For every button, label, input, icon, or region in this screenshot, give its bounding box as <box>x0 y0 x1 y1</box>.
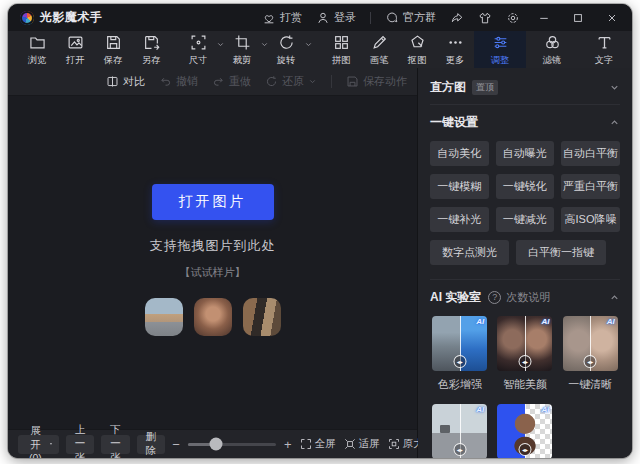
ai-badge: AI <box>541 317 549 326</box>
white-balance-one-touch-button[interactable]: 白平衡一指键 <box>516 240 606 265</box>
chevron-up-icon <box>609 117 620 128</box>
save-action-button[interactable]: 保存动作 <box>346 74 407 89</box>
sample-image-flatlay[interactable] <box>243 298 281 336</box>
ai-one-key-clarity[interactable]: AI ◂▸ 一键清晰 <box>561 316 620 392</box>
auto-white-balance-button[interactable]: 自动白平衡 <box>561 141 620 166</box>
high-iso-denoise-button[interactable]: 高ISO降噪 <box>561 207 620 232</box>
expand-list-button[interactable]: 展开(0) <box>18 435 59 454</box>
drop-hint-text: 支持拖拽图片到此处 <box>150 237 276 255</box>
brush-icon <box>371 34 388 51</box>
one-key-fill-light-button[interactable]: 一键补光 <box>430 207 489 232</box>
filter-circles-icon <box>544 34 561 51</box>
toolbar-crop[interactable]: 裁剪 <box>224 31 268 68</box>
sliders-icon <box>492 34 509 51</box>
one-key-sharpen-button[interactable]: 一键锐化 <box>496 174 555 199</box>
save-as-icon <box>143 34 160 51</box>
official-group-button[interactable]: 官方群 <box>385 10 436 25</box>
chevron-down-icon <box>49 440 53 448</box>
panel-divider <box>430 104 620 105</box>
zoom-slider[interactable] <box>188 443 276 446</box>
compare-button[interactable]: 对比 <box>106 74 145 89</box>
compare-slider-icon: ◂▸ <box>518 443 531 456</box>
toolbar-collage[interactable]: 拼图 <box>322 31 360 68</box>
ai-lab-section-header[interactable]: AI 实验室 ? 次数说明 <box>418 282 632 312</box>
bottom-bar: 展开(0) 上一张 下一张 删除 − + 全屏 <box>8 429 417 458</box>
chevron-down-icon <box>304 40 313 49</box>
toolbar-cutout[interactable]: 抠图 <box>398 31 436 68</box>
ai-smart-beauty[interactable]: AI ◂▸ 智能美颜 <box>495 316 554 392</box>
previous-image-button[interactable]: 上一张 <box>66 435 95 454</box>
sample-image-road[interactable] <box>145 298 183 336</box>
one-key-section-header[interactable]: 一键设置 <box>418 107 632 137</box>
app-title: 光影魔术手 <box>40 9 103 26</box>
share-icon[interactable] <box>450 11 464 25</box>
heart-hand-icon <box>262 11 276 25</box>
ai-smart-cutout[interactable]: AI ◂▸ 智能抠图 <box>495 404 554 458</box>
redo-icon <box>212 75 225 88</box>
theme-shirt-icon[interactable] <box>478 11 492 25</box>
original-size-icon <box>388 438 400 450</box>
close-button[interactable] <box>602 10 622 26</box>
subbar-divider <box>331 75 332 88</box>
save-icon <box>105 34 122 51</box>
redo-button[interactable]: 重做 <box>212 74 251 89</box>
tab-text[interactable]: 文字 <box>578 31 630 68</box>
ai-eraser-pen-thumbnail: AI ◂▸ <box>432 404 487 458</box>
fit-screen-button[interactable]: 适屏 <box>344 437 380 451</box>
histogram-section-header[interactable]: 直方图 置顶 <box>418 72 632 102</box>
toolbar-save-as[interactable]: 另存 <box>132 31 170 68</box>
undo-icon <box>159 75 172 88</box>
tab-filters[interactable]: 滤镜 <box>526 31 578 68</box>
fit-screen-icon <box>344 438 356 450</box>
reward-button[interactable]: 打赏 <box>262 10 302 25</box>
toolbar-size[interactable]: 尺寸 <box>180 31 224 68</box>
compare-slider-icon: ◂▸ <box>453 355 466 368</box>
toolbar-brush[interactable]: 画笔 <box>360 31 398 68</box>
toolbar-more[interactable]: 更多 <box>436 31 474 68</box>
ai-color-enhance[interactable]: AI ◂▸ 色彩增强 <box>430 316 489 392</box>
restore-button[interactable]: 还原 <box>265 74 317 89</box>
toolbar-open[interactable]: 打开 <box>56 31 94 68</box>
delete-image-button[interactable]: 删除 <box>137 435 166 454</box>
resize-icon <box>190 34 207 51</box>
fullscreen-button[interactable]: 全屏 <box>300 437 336 451</box>
undo-button[interactable]: 撤销 <box>159 74 198 89</box>
save-action-icon <box>346 75 359 88</box>
toolbar-browse[interactable]: 浏览 <box>18 31 56 68</box>
maximize-button[interactable] <box>568 10 588 26</box>
titlebar: 光影魔术手 打赏 登录 官方群 <box>8 4 632 31</box>
tab-watermark[interactable]: 水印 <box>630 31 632 68</box>
compare-slider-icon: ◂▸ <box>453 443 466 456</box>
panel-divider <box>430 279 620 280</box>
tab-adjust[interactable]: 调整 <box>474 31 526 68</box>
ai-eraser-pen[interactable]: AI ◂▸ 消除笔 <box>430 404 489 458</box>
toolbar-rotate[interactable]: 旋转 <box>268 31 312 68</box>
minimize-button[interactable] <box>534 10 554 26</box>
login-button[interactable]: 登录 <box>316 10 356 25</box>
sample-image-portrait[interactable] <box>194 298 232 336</box>
image-canvas: 打开图片 支持拖拽图片到此处 【试试样片】 <box>8 96 417 429</box>
settings-gear-icon[interactable] <box>506 11 520 25</box>
collage-grid-icon <box>333 34 350 51</box>
help-icon[interactable]: ? <box>488 291 501 304</box>
rotate-icon <box>278 34 295 51</box>
user-icon <box>316 11 330 25</box>
toolbar-save[interactable]: 保存 <box>94 31 132 68</box>
main-toolbar: 浏览 打开 保存 另存 尺寸 裁剪 <box>8 31 632 68</box>
auto-exposure-button[interactable]: 自动曝光 <box>496 141 555 166</box>
zoom-slider-thumb[interactable] <box>210 438 223 451</box>
zoom-out-button[interactable]: − <box>172 438 180 451</box>
auto-beautify-button[interactable]: 自动美化 <box>430 141 489 166</box>
open-image-button[interactable]: 打开图片 <box>152 184 274 220</box>
one-key-blur-button[interactable]: 一键模糊 <box>430 174 489 199</box>
next-image-button[interactable]: 下一张 <box>101 435 130 454</box>
severe-white-balance-button[interactable]: 严重白平衡 <box>561 174 620 199</box>
one-key-dim-light-button[interactable]: 一键减光 <box>496 207 555 232</box>
chevron-down-icon <box>609 82 620 93</box>
digital-spot-metering-button[interactable]: 数字点测光 <box>430 240 509 265</box>
ai-smart-cutout-thumbnail: AI ◂▸ <box>497 404 552 458</box>
zoom-in-button[interactable]: + <box>284 438 292 451</box>
image-open-icon <box>67 34 84 51</box>
text-icon <box>596 34 613 51</box>
usage-info-link[interactable]: 次数说明 <box>506 290 550 305</box>
